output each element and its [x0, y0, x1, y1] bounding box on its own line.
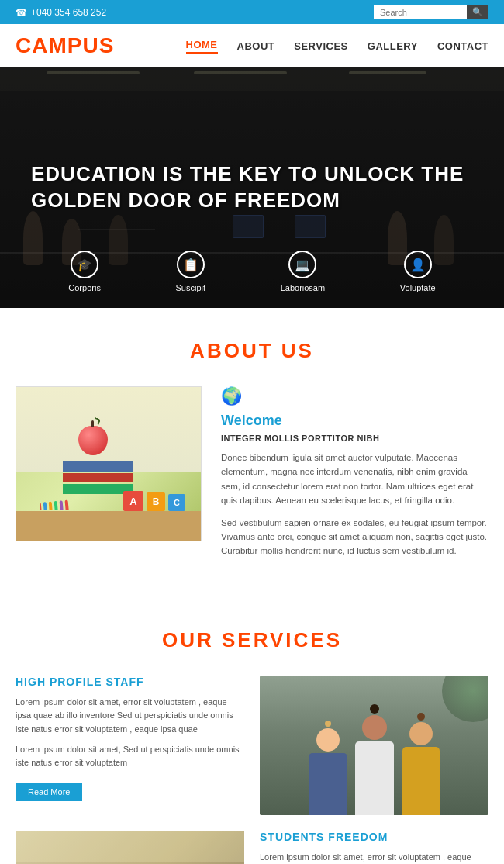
services-grid: HIGH PROFILE STAFF Lorem ipsum dolor sit… [16, 676, 488, 864]
hero-icon-laboriosam: 💻 Laboriosam [281, 251, 325, 292]
service-2-para1: Lorem ipsum dolor sit amet, error sit vo… [260, 851, 488, 864]
nav-contact[interactable]: CONTACT [437, 40, 488, 52]
about-title: ABOUT US [16, 339, 488, 363]
hero-icon-suscipit: 📋 Suscipit [176, 251, 206, 292]
hero-icon-voluptate: 👤 Voluptate [400, 251, 436, 292]
graduation-icon: 🎓 [71, 251, 98, 278]
nav-gallery[interactable]: GALLERY [368, 40, 418, 52]
service-1-read-more[interactable]: Read More [16, 783, 82, 801]
laptop-icon: 💻 [288, 251, 316, 278]
phone-text: +040 354 658 252 [31, 7, 106, 18]
about-content: A B C 🌍 Welcome INTEGER MOLLIS PORTTITOR… [16, 386, 488, 566]
about-image: A B C [16, 386, 202, 541]
hero-section: EDUCATION IS THE KEY TO UNLOCK THE GOLDE… [0, 67, 504, 308]
hero-icons: 🎓 Corporis 📋 Suscipit 💻 Laboriosam 👤 Vol… [0, 251, 504, 292]
clipboard-icon: 📋 [177, 251, 205, 278]
search-box[interactable]: 🔍 [374, 5, 488, 19]
hero-icon-label-1: Corporis [68, 283, 101, 292]
person-icon: 👤 [404, 251, 432, 278]
service-card-1-text: HIGH PROFILE STAFF Lorem ipsum dolor sit… [16, 676, 244, 815]
services-section: OUR SERVICES HIGH PROFILE STAFF Lorem ip… [0, 597, 504, 864]
logo[interactable]: CAMPUS [16, 33, 114, 58]
service-1-title: HIGH PROFILE STAFF [16, 676, 244, 688]
header: CAMPUS HOME ABOUT SERVICES GALLERY CONTA… [0, 24, 504, 67]
about-para-1: Donec bibendum ligula sit amet auctor vu… [221, 451, 488, 508]
hero-icon-label-4: Voluptate [400, 283, 436, 292]
phone-icon: ☎ [16, 7, 27, 18]
nav: HOME ABOUT SERVICES GALLERY CONTACT [186, 39, 488, 54]
service-1-para1: Lorem ipsum dolor sit amet, error sit vo… [16, 696, 244, 737]
phone-number: ☎ +040 354 658 252 [16, 7, 106, 18]
hero-title: EDUCATION IS THE KEY TO UNLOCK THE GOLDE… [31, 161, 473, 214]
search-input[interactable] [374, 5, 467, 19]
globe-icon: 🌍 [221, 386, 488, 406]
service-2-title: STUDENTS FREEDOM [260, 831, 488, 843]
services-title: OUR SERVICES [16, 628, 488, 652]
about-para-2: Sed vestibulum sapien ornare ex sodales,… [221, 516, 488, 558]
about-text: 🌍 Welcome INTEGER MOLLIS PORTTITOR NIBH … [221, 386, 488, 566]
hero-content: EDUCATION IS THE KEY TO UNLOCK THE GOLDE… [0, 146, 504, 230]
nav-about[interactable]: ABOUT [237, 40, 275, 52]
hero-icon-label-2: Suscipit [176, 283, 206, 292]
about-section: ABOUT US [0, 308, 504, 597]
service-2-image [16, 831, 244, 864]
service-1-image [260, 676, 488, 815]
service-card-2-text: STUDENTS FREEDOM Lorem ipsum dolor sit a… [260, 831, 488, 864]
nav-services[interactable]: SERVICES [294, 40, 348, 52]
hero-icon-corporis: 🎓 Corporis [68, 251, 101, 292]
about-welcome: Welcome [221, 413, 488, 429]
hero-icon-label-3: Laboriosam [281, 283, 325, 292]
top-bar: ☎ +040 354 658 252 🔍 [0, 0, 504, 24]
about-subtitle: INTEGER MOLLIS PORTTITOR NIBH [221, 434, 488, 443]
search-button[interactable]: 🔍 [467, 5, 488, 19]
nav-home[interactable]: HOME [186, 39, 218, 54]
service-1-para2: Lorem ipsum dolor sit amet, Sed ut persp… [16, 743, 244, 770]
